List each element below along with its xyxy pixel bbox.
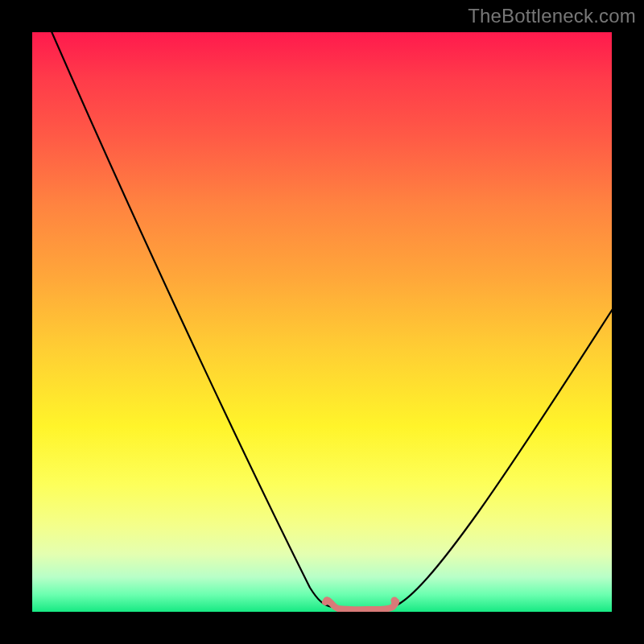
plot-area xyxy=(32,32,612,612)
flat-marker-dot-right xyxy=(391,597,398,605)
flat-bottom-marker xyxy=(325,601,396,610)
bottleneck-curve-left xyxy=(48,32,332,607)
watermark-text: TheBottleneck.com xyxy=(468,5,636,27)
flat-marker-dot-left xyxy=(324,597,331,605)
chart-frame: TheBottleneck.com xyxy=(0,0,644,644)
bottleneck-curve-right xyxy=(393,298,612,607)
curve-layer xyxy=(32,32,612,612)
